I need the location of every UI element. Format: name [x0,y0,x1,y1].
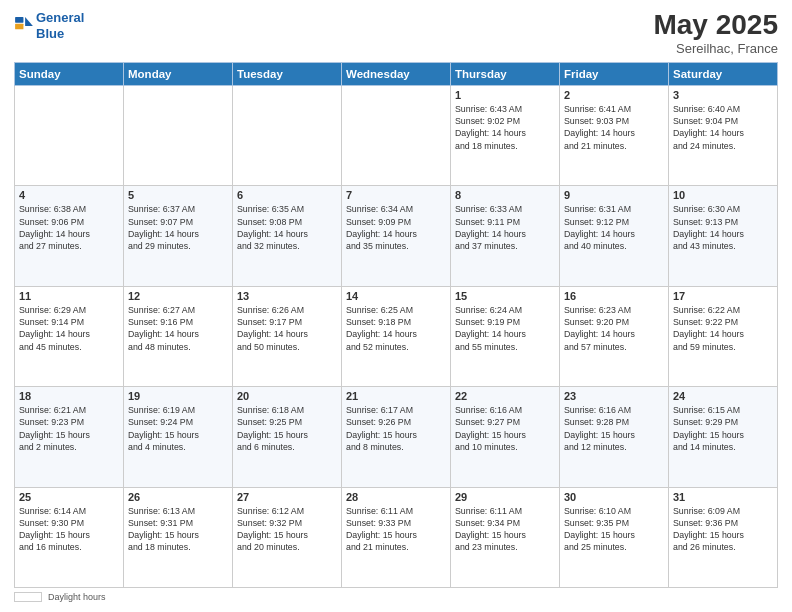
calendar-cell [124,85,233,185]
column-header-wednesday: Wednesday [342,62,451,85]
logo: General Blue [14,10,84,41]
logo-icon [14,16,34,36]
day-info: Sunrise: 6:30 AM Sunset: 9:13 PM Dayligh… [673,203,773,252]
day-number: 13 [237,290,337,302]
calendar-cell: 30Sunrise: 6:10 AM Sunset: 9:35 PM Dayli… [560,487,669,587]
day-number: 11 [19,290,119,302]
day-info: Sunrise: 6:23 AM Sunset: 9:20 PM Dayligh… [564,304,664,353]
column-header-saturday: Saturday [669,62,778,85]
calendar-cell: 23Sunrise: 6:16 AM Sunset: 9:28 PM Dayli… [560,387,669,487]
day-info: Sunrise: 6:38 AM Sunset: 9:06 PM Dayligh… [19,203,119,252]
calendar-cell: 17Sunrise: 6:22 AM Sunset: 9:22 PM Dayli… [669,286,778,386]
calendar-cell: 26Sunrise: 6:13 AM Sunset: 9:31 PM Dayli… [124,487,233,587]
day-info: Sunrise: 6:37 AM Sunset: 9:07 PM Dayligh… [128,203,228,252]
day-number: 14 [346,290,446,302]
day-info: Sunrise: 6:31 AM Sunset: 9:12 PM Dayligh… [564,203,664,252]
day-info: Sunrise: 6:26 AM Sunset: 9:17 PM Dayligh… [237,304,337,353]
day-info: Sunrise: 6:16 AM Sunset: 9:28 PM Dayligh… [564,404,664,453]
day-number: 29 [455,491,555,503]
day-number: 17 [673,290,773,302]
day-number: 30 [564,491,664,503]
day-number: 31 [673,491,773,503]
calendar-cell: 8Sunrise: 6:33 AM Sunset: 9:11 PM Daylig… [451,186,560,286]
column-header-monday: Monday [124,62,233,85]
calendar-cell: 16Sunrise: 6:23 AM Sunset: 9:20 PM Dayli… [560,286,669,386]
header: General Blue May 2025 Sereilhac, France [14,10,778,56]
day-info: Sunrise: 6:11 AM Sunset: 9:33 PM Dayligh… [346,505,446,554]
daylight-box [14,592,42,602]
day-number: 19 [128,390,228,402]
day-number: 23 [564,390,664,402]
day-info: Sunrise: 6:19 AM Sunset: 9:24 PM Dayligh… [128,404,228,453]
day-number: 1 [455,89,555,101]
column-header-sunday: Sunday [15,62,124,85]
day-number: 22 [455,390,555,402]
month-title: May 2025 [653,10,778,41]
column-header-thursday: Thursday [451,62,560,85]
calendar-row-3: 11Sunrise: 6:29 AM Sunset: 9:14 PM Dayli… [15,286,778,386]
day-info: Sunrise: 6:09 AM Sunset: 9:36 PM Dayligh… [673,505,773,554]
day-number: 8 [455,189,555,201]
calendar-cell: 10Sunrise: 6:30 AM Sunset: 9:13 PM Dayli… [669,186,778,286]
calendar-row-4: 18Sunrise: 6:21 AM Sunset: 9:23 PM Dayli… [15,387,778,487]
day-number: 9 [564,189,664,201]
calendar-cell: 7Sunrise: 6:34 AM Sunset: 9:09 PM Daylig… [342,186,451,286]
calendar-cell [342,85,451,185]
calendar-cell: 21Sunrise: 6:17 AM Sunset: 9:26 PM Dayli… [342,387,451,487]
calendar-cell: 27Sunrise: 6:12 AM Sunset: 9:32 PM Dayli… [233,487,342,587]
calendar-page: General Blue May 2025 Sereilhac, France … [0,0,792,612]
calendar-cell: 1Sunrise: 6:43 AM Sunset: 9:02 PM Daylig… [451,85,560,185]
calendar-cell: 31Sunrise: 6:09 AM Sunset: 9:36 PM Dayli… [669,487,778,587]
calendar-cell: 9Sunrise: 6:31 AM Sunset: 9:12 PM Daylig… [560,186,669,286]
calendar-cell: 3Sunrise: 6:40 AM Sunset: 9:04 PM Daylig… [669,85,778,185]
calendar-cell: 29Sunrise: 6:11 AM Sunset: 9:34 PM Dayli… [451,487,560,587]
day-info: Sunrise: 6:15 AM Sunset: 9:29 PM Dayligh… [673,404,773,453]
day-number: 27 [237,491,337,503]
day-number: 2 [564,89,664,101]
column-header-tuesday: Tuesday [233,62,342,85]
footer-note: Daylight hours [14,592,778,602]
day-info: Sunrise: 6:43 AM Sunset: 9:02 PM Dayligh… [455,103,555,152]
day-number: 6 [237,189,337,201]
column-header-friday: Friday [560,62,669,85]
day-info: Sunrise: 6:18 AM Sunset: 9:25 PM Dayligh… [237,404,337,453]
day-info: Sunrise: 6:41 AM Sunset: 9:03 PM Dayligh… [564,103,664,152]
day-info: Sunrise: 6:40 AM Sunset: 9:04 PM Dayligh… [673,103,773,152]
day-info: Sunrise: 6:34 AM Sunset: 9:09 PM Dayligh… [346,203,446,252]
day-number: 4 [19,189,119,201]
day-info: Sunrise: 6:12 AM Sunset: 9:32 PM Dayligh… [237,505,337,554]
svg-rect-2 [15,23,23,29]
calendar-cell: 12Sunrise: 6:27 AM Sunset: 9:16 PM Dayli… [124,286,233,386]
day-info: Sunrise: 6:14 AM Sunset: 9:30 PM Dayligh… [19,505,119,554]
svg-rect-1 [15,17,23,23]
day-info: Sunrise: 6:10 AM Sunset: 9:35 PM Dayligh… [564,505,664,554]
day-number: 28 [346,491,446,503]
day-info: Sunrise: 6:29 AM Sunset: 9:14 PM Dayligh… [19,304,119,353]
day-info: Sunrise: 6:24 AM Sunset: 9:19 PM Dayligh… [455,304,555,353]
calendar-table: SundayMondayTuesdayWednesdayThursdayFrid… [14,62,778,588]
calendar-cell: 6Sunrise: 6:35 AM Sunset: 9:08 PM Daylig… [233,186,342,286]
day-info: Sunrise: 6:21 AM Sunset: 9:23 PM Dayligh… [19,404,119,453]
calendar-row-5: 25Sunrise: 6:14 AM Sunset: 9:30 PM Dayli… [15,487,778,587]
day-info: Sunrise: 6:35 AM Sunset: 9:08 PM Dayligh… [237,203,337,252]
calendar-row-1: 1Sunrise: 6:43 AM Sunset: 9:02 PM Daylig… [15,85,778,185]
calendar-cell: 18Sunrise: 6:21 AM Sunset: 9:23 PM Dayli… [15,387,124,487]
day-number: 21 [346,390,446,402]
calendar-cell [233,85,342,185]
title-block: May 2025 Sereilhac, France [653,10,778,56]
calendar-cell: 28Sunrise: 6:11 AM Sunset: 9:33 PM Dayli… [342,487,451,587]
calendar-header-row: SundayMondayTuesdayWednesdayThursdayFrid… [15,62,778,85]
day-number: 25 [19,491,119,503]
day-number: 10 [673,189,773,201]
day-number: 3 [673,89,773,101]
calendar-cell: 25Sunrise: 6:14 AM Sunset: 9:30 PM Dayli… [15,487,124,587]
day-number: 7 [346,189,446,201]
location-subtitle: Sereilhac, France [653,41,778,56]
day-info: Sunrise: 6:33 AM Sunset: 9:11 PM Dayligh… [455,203,555,252]
calendar-cell: 11Sunrise: 6:29 AM Sunset: 9:14 PM Dayli… [15,286,124,386]
calendar-cell: 14Sunrise: 6:25 AM Sunset: 9:18 PM Dayli… [342,286,451,386]
calendar-cell: 13Sunrise: 6:26 AM Sunset: 9:17 PM Dayli… [233,286,342,386]
calendar-cell: 22Sunrise: 6:16 AM Sunset: 9:27 PM Dayli… [451,387,560,487]
day-number: 26 [128,491,228,503]
day-number: 16 [564,290,664,302]
